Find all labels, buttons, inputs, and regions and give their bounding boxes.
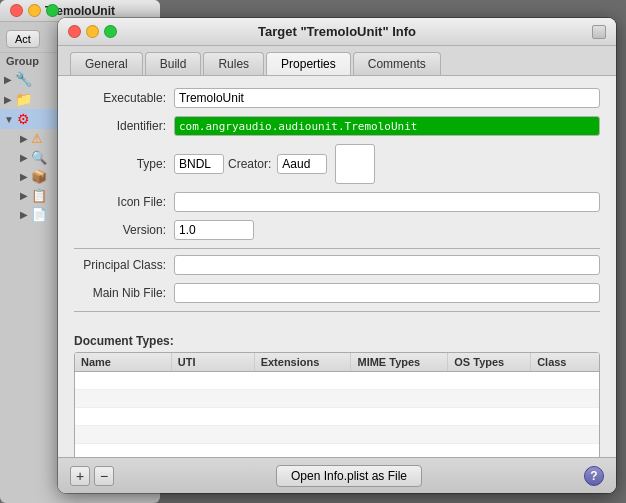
tab-build-label: Build bbox=[160, 57, 187, 71]
max-button-bg[interactable] bbox=[46, 4, 59, 17]
add-button[interactable]: + bbox=[70, 466, 90, 486]
remove-button[interactable]: − bbox=[94, 466, 114, 486]
add-icon: + bbox=[76, 468, 84, 484]
item-icon-4: ⚠ bbox=[31, 131, 43, 146]
min-button-main[interactable] bbox=[86, 25, 99, 38]
table-row-3[interactable] bbox=[75, 408, 599, 426]
traffic-lights-bg bbox=[10, 4, 59, 17]
chevron-icon-8: ▶ bbox=[20, 209, 28, 220]
col-extensions: Extensions bbox=[255, 353, 352, 371]
main-nib-row: Main Nib File: bbox=[74, 283, 600, 303]
executable-row: Executable: bbox=[74, 88, 600, 108]
tab-rules-label: Rules bbox=[218, 57, 249, 71]
icon-file-row: Icon File: bbox=[74, 192, 600, 212]
icon-file-input[interactable] bbox=[174, 192, 600, 212]
creator-input[interactable] bbox=[277, 154, 327, 174]
tab-properties[interactable]: Properties bbox=[266, 52, 351, 75]
tab-general-label: General bbox=[85, 57, 128, 71]
min-button-bg[interactable] bbox=[28, 4, 41, 17]
tab-comments-label: Comments bbox=[368, 57, 426, 71]
center-area: Open Info.plist as File bbox=[118, 465, 580, 487]
executable-input[interactable] bbox=[174, 88, 600, 108]
identifier-row: Identifier: bbox=[74, 116, 600, 136]
max-button-main[interactable] bbox=[104, 25, 117, 38]
version-row: Version: bbox=[74, 220, 600, 240]
col-class: Class bbox=[531, 353, 599, 371]
main-nib-input[interactable] bbox=[174, 283, 600, 303]
type-input[interactable] bbox=[174, 154, 224, 174]
main-titlebar: Target "TremoloUnit" Info bbox=[58, 18, 616, 46]
type-creator-row: Type: Creator: bbox=[74, 144, 600, 184]
act-button[interactable]: Act bbox=[6, 30, 40, 48]
tabs-bar: General Build Rules Properties Comments bbox=[58, 46, 616, 76]
tab-properties-label: Properties bbox=[281, 57, 336, 71]
main-window-title: Target "TremoloUnit" Info bbox=[258, 24, 416, 39]
help-button[interactable]: ? bbox=[584, 466, 604, 486]
item-icon-6: 📦 bbox=[31, 169, 47, 184]
main-nib-label: Main Nib File: bbox=[74, 286, 174, 300]
table-body bbox=[75, 372, 599, 462]
identifier-input[interactable] bbox=[174, 116, 600, 136]
icon-preview bbox=[335, 144, 375, 184]
document-types-section: Document Types: Name UTI Extensions MIME… bbox=[58, 330, 616, 463]
form-content: Executable: Identifier: Type: Creator: I… bbox=[58, 76, 616, 330]
open-plist-button[interactable]: Open Info.plist as File bbox=[276, 465, 422, 487]
chevron-icon-1: ▶ bbox=[4, 74, 12, 85]
separator-1 bbox=[74, 248, 600, 249]
col-mime: MIME Types bbox=[351, 353, 448, 371]
chevron-icon-3: ▼ bbox=[4, 114, 14, 125]
item-icon-1: 🔧 bbox=[15, 71, 32, 87]
tab-general[interactable]: General bbox=[70, 52, 143, 75]
item-icon-8: 📄 bbox=[31, 207, 47, 222]
item-icon-7: 📋 bbox=[31, 188, 47, 203]
tab-build[interactable]: Build bbox=[145, 52, 202, 75]
version-label: Version: bbox=[74, 223, 174, 237]
chevron-icon-6: ▶ bbox=[20, 171, 28, 182]
item-icon-5: 🔍 bbox=[31, 150, 47, 165]
item-icon-2: 📁 bbox=[15, 91, 32, 107]
item-icon-3: ⚙ bbox=[17, 111, 30, 127]
main-window: Target "TremoloUnit" Info General Build … bbox=[58, 18, 616, 493]
traffic-lights-main bbox=[68, 25, 117, 38]
close-button-bg[interactable] bbox=[10, 4, 23, 17]
icon-file-label: Icon File: bbox=[74, 195, 174, 209]
close-button-main[interactable] bbox=[68, 25, 81, 38]
tab-rules[interactable]: Rules bbox=[203, 52, 264, 75]
table-row-1[interactable] bbox=[75, 372, 599, 390]
chevron-icon-5: ▶ bbox=[20, 152, 28, 163]
doc-types-label: Document Types: bbox=[58, 330, 616, 352]
principal-class-label: Principal Class: bbox=[74, 258, 174, 272]
bottom-toolbar: + − Open Info.plist as File ? bbox=[58, 457, 616, 493]
principal-class-row: Principal Class: bbox=[74, 255, 600, 275]
identifier-label: Identifier: bbox=[74, 119, 174, 133]
type-creator-group: Creator: bbox=[174, 154, 327, 174]
tab-comments[interactable]: Comments bbox=[353, 52, 441, 75]
type-label: Type: bbox=[74, 157, 174, 171]
table-row-4[interactable] bbox=[75, 426, 599, 444]
executable-label: Executable: bbox=[74, 91, 174, 105]
col-uti: UTI bbox=[172, 353, 255, 371]
col-os-types: OS Types bbox=[448, 353, 531, 371]
chevron-icon-7: ▶ bbox=[20, 190, 28, 201]
version-input[interactable] bbox=[174, 220, 254, 240]
table-row-2[interactable] bbox=[75, 390, 599, 408]
col-name: Name bbox=[75, 353, 172, 371]
table-header: Name UTI Extensions MIME Types OS Types … bbox=[75, 353, 599, 372]
creator-label: Creator: bbox=[228, 157, 271, 171]
chevron-icon-4: ▶ bbox=[20, 133, 28, 144]
resize-button[interactable] bbox=[592, 25, 606, 39]
chevron-icon-2: ▶ bbox=[4, 94, 12, 105]
separator-2 bbox=[74, 311, 600, 312]
help-icon: ? bbox=[590, 469, 597, 483]
remove-icon: − bbox=[100, 468, 108, 484]
group-label-text: Group bbox=[6, 55, 39, 67]
document-types-table: Name UTI Extensions MIME Types OS Types … bbox=[74, 352, 600, 463]
principal-class-input[interactable] bbox=[174, 255, 600, 275]
